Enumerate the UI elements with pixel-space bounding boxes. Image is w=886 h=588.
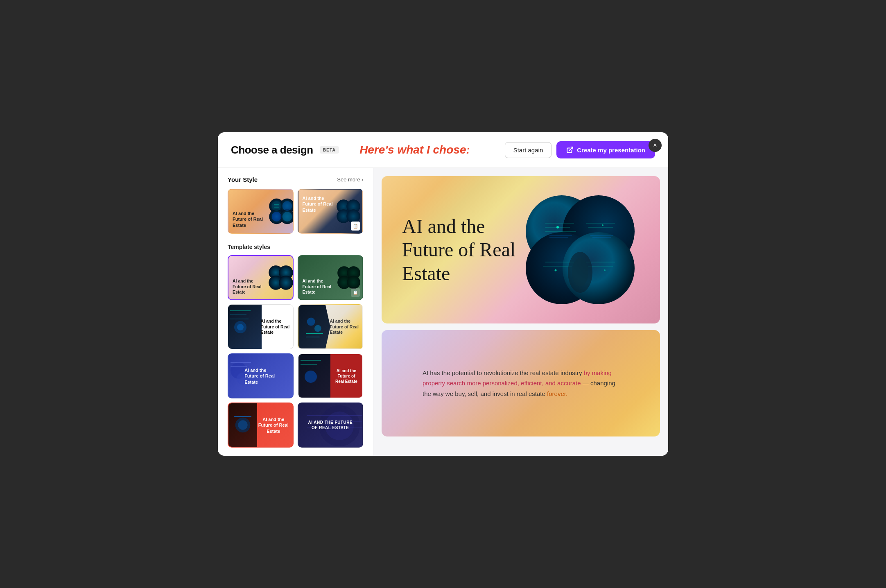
book-icon: 📋: [351, 222, 360, 231]
template-card-8-text: AI AND THE FUTURE OF REAL ESTATE: [305, 420, 356, 430]
svg-point-70: [604, 269, 606, 271]
template-card-7[interactable]: AI and the Future of Real Estate: [228, 403, 294, 448]
svg-point-23: [347, 276, 360, 289]
style-grid: AI and the Future of Real Estate: [228, 189, 363, 234]
svg-point-68: [602, 224, 603, 226]
svg-point-8: [282, 212, 292, 221]
style-card-1[interactable]: AI and the Future of Real Estate: [228, 189, 294, 234]
svg-point-41: [238, 420, 248, 430]
preview-body-text: AI has the potential to revolutionize th…: [423, 368, 619, 399]
svg-point-67: [556, 226, 559, 228]
style-card-2-text: AI and the Future of Real Estate: [303, 195, 338, 213]
template-card-4-text: AI and the Future of Real Estate: [330, 319, 360, 335]
template-card-8[interactable]: AI AND THE FUTURE OF REAL ESTATE: [298, 403, 364, 448]
style-card-1-image: [269, 198, 294, 225]
template-card-1-text: AI and the Future of Real Estate: [233, 278, 268, 295]
svg-point-39: [305, 371, 317, 383]
template-card-4[interactable]: AI and the Future of Real Estate: [298, 304, 364, 349]
svg-point-7: [271, 212, 281, 221]
beta-badge: BETA: [320, 146, 339, 154]
template-grid: AI and the Future of Real Estate: [228, 255, 363, 448]
template-card-5-text: AI and the Future of Real Estate: [244, 367, 276, 385]
create-button-label: Create my presentation: [577, 147, 645, 154]
svg-point-6: [282, 201, 292, 210]
modal-body: Your Style See more › AI and the Future …: [218, 168, 668, 456]
template-card-3-text: AI and the Future of Real Estate: [261, 319, 291, 335]
modal-overlay: Choose a design BETA Here's what I chose…: [0, 0, 886, 588]
template-card-3-image: [228, 305, 262, 349]
start-again-button[interactable]: Start again: [505, 142, 552, 158]
template-card-6[interactable]: AI and the Future of Real Estate: [298, 353, 364, 398]
template-card-3[interactable]: AI and the Future of Real Estate: [228, 304, 294, 349]
template-card-2-text: AI and the Future of Real Estate: [303, 278, 338, 295]
left-panel: Your Style See more › AI and the Future …: [218, 168, 373, 456]
style-card-2-image: [336, 199, 361, 224]
svg-point-19: [279, 276, 293, 290]
svg-point-29: [307, 318, 315, 326]
svg-point-15: [346, 209, 360, 223]
svg-point-28: [237, 324, 244, 330]
svg-line-0: [570, 147, 573, 150]
chevron-right-icon: ›: [362, 176, 363, 183]
right-panel: AI and the Future of Real Estate: [373, 168, 668, 456]
preview-main-card[interactable]: AI and the Future of Real Estate: [382, 176, 660, 323]
template-card-2[interactable]: AI and the Future of Real Estate 📋: [298, 255, 364, 300]
preview-clover-image: [521, 190, 640, 309]
template-card-4-image: [298, 305, 330, 348]
header-actions: Start again Create my presentation: [505, 141, 655, 158]
template-card-6-text: AI and the Future of Real Estate: [333, 368, 360, 384]
card-icon-2: 📋: [351, 288, 360, 297]
your-style-title: Your Style: [228, 176, 258, 183]
modal: Choose a design BETA Here's what I chose…: [218, 132, 668, 456]
template-card-6-right: AI and the Future of Real Estate: [330, 354, 362, 398]
your-style-section-header: Your Style See more ›: [228, 176, 363, 183]
template-card-5[interactable]: AI and the Future of Real Estate: [228, 353, 294, 398]
close-button[interactable]: ×: [649, 139, 662, 152]
template-card-7-text: AI and the Future of Real Estate: [257, 416, 290, 434]
svg-point-66: [572, 258, 588, 287]
style-card-2[interactable]: AI and the Future of Real Estate 📋: [298, 189, 364, 234]
template-card-2-image: [337, 266, 361, 289]
external-link-icon: [566, 146, 574, 154]
template-card-6-left: [298, 354, 330, 398]
template-styles-title: Template styles: [228, 244, 363, 250]
template-card-7-image: [228, 403, 257, 447]
svg-point-30: [314, 325, 321, 332]
see-more-button[interactable]: See more ›: [337, 176, 363, 183]
template-card-1[interactable]: AI and the Future of Real Estate: [228, 255, 294, 300]
preview-main-title: AI and the Future of Real Estate: [402, 215, 521, 285]
create-presentation-button[interactable]: Create my presentation: [556, 141, 655, 158]
header-subtitle: Here's what I chose:: [359, 143, 470, 156]
style-card-1-text: AI and the Future of Real Estate: [233, 210, 268, 228]
preview-secondary-card[interactable]: AI has the potential to revolutionize th…: [382, 330, 660, 436]
modal-header: Choose a design BETA Here's what I chose…: [218, 132, 668, 168]
svg-point-69: [555, 269, 557, 271]
template-card-1-image: [268, 265, 294, 290]
modal-title: Choose a design: [231, 144, 313, 156]
